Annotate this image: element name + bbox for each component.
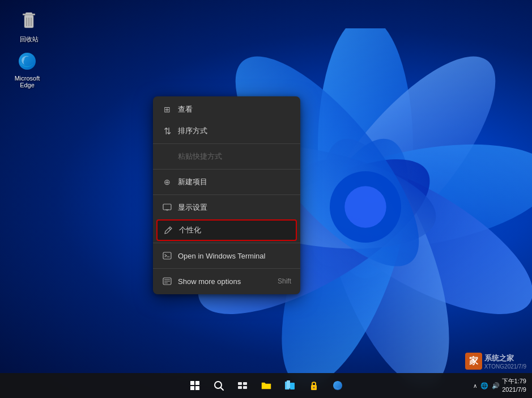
folder-button[interactable] (280, 375, 300, 396)
menu-item-view[interactable]: ⊞ 查看 (153, 99, 300, 120)
taskbar-date: 2021/7/9 (502, 386, 526, 394)
watermark: 家 系统之家 XTONG2021/7/9 (465, 353, 526, 370)
personalization-icon (163, 225, 173, 235)
terminal-icon (162, 251, 172, 261)
menu-item-terminal[interactable]: Open in Windows Terminal (153, 245, 300, 266)
microsoft-edge-icon[interactable]: Microsoft Edge (7, 50, 47, 88)
file-explorer-button[interactable] (256, 375, 276, 396)
separator-5 (153, 268, 300, 269)
more-options-icon (162, 276, 172, 286)
lock-button[interactable] (304, 375, 324, 396)
new-label: 新建项目 (178, 177, 291, 187)
svg-rect-29 (190, 386, 194, 390)
paste-label: 粘贴快捷方式 (178, 151, 291, 162)
svg-point-41 (313, 387, 314, 388)
tray-chevron[interactable]: ∧ (473, 383, 477, 389)
search-button[interactable] (208, 375, 229, 396)
separator-1 (153, 143, 300, 144)
svg-line-32 (220, 388, 223, 391)
recycle-bin-icon[interactable]: 回收站 (9, 10, 49, 44)
personalization-label: 个性化 (179, 225, 290, 235)
separator-2 (153, 169, 300, 170)
watermark-logo: 家 (465, 353, 482, 370)
recycle-bin-label: 回收站 (20, 35, 39, 44)
svg-rect-27 (190, 381, 194, 385)
watermark-text: 系统之家 (484, 353, 526, 363)
taskbar-time: 下午1:79 (502, 377, 526, 386)
taskbar-datetime[interactable]: 下午1:79 2021/7/9 (502, 377, 526, 395)
network-icon: 🌐 (480, 382, 488, 389)
svg-rect-39 (287, 380, 290, 388)
edge-img (16, 50, 39, 73)
taskbar-right: ∧ 🌐 🔊 下午1:79 2021/7/9 (473, 377, 526, 395)
svg-rect-17 (163, 204, 171, 210)
svg-rect-36 (243, 386, 247, 389)
svg-rect-30 (195, 386, 199, 390)
start-button[interactable] (185, 375, 205, 396)
svg-point-10 (344, 186, 386, 228)
svg-line-20 (169, 228, 171, 230)
view-icon: ⊞ (162, 104, 172, 115)
sort-label: 排序方式 (178, 126, 291, 136)
menu-item-paste-shortcut[interactable]: 粘贴快捷方式 (153, 146, 300, 167)
recycle-bin-img (18, 10, 40, 33)
desktop: 回收站 Microsoft Edge (0, 0, 532, 398)
edge-label: Microsoft Edge (7, 75, 47, 88)
volume-icon: 🔊 (492, 382, 500, 389)
view-label: 查看 (178, 104, 291, 115)
svg-rect-35 (238, 386, 242, 389)
taskbar-center (185, 375, 348, 396)
terminal-label: Open in Windows Terminal (178, 252, 291, 260)
new-icon: ⊕ (162, 177, 172, 187)
watermark-subtext: XTONG2021/7/9 (484, 363, 526, 370)
more-options-shortcut: Shift (278, 277, 291, 285)
svg-rect-34 (243, 382, 247, 385)
svg-rect-28 (195, 381, 199, 385)
svg-rect-16 (25, 12, 32, 14)
separator-4 (153, 243, 300, 243)
menu-item-new[interactable]: ⊕ 新建项目 (153, 171, 300, 193)
system-tray: ∧ 🌐 🔊 (473, 382, 500, 389)
menu-item-personalization[interactable]: 个性化 (156, 219, 297, 241)
svg-rect-33 (238, 382, 242, 385)
taskbar: ∧ 🌐 🔊 下午1:79 2021/7/9 (0, 373, 532, 398)
edge-taskbar-button[interactable] (327, 375, 348, 396)
task-view-button[interactable] (232, 375, 253, 396)
more-options-label: Show more options (178, 277, 272, 286)
menu-item-sort[interactable]: ⇅ 排序方式 (153, 120, 300, 142)
context-menu: ⊞ 查看 ⇅ 排序方式 粘贴快捷方式 ⊕ 新建项目 (153, 96, 300, 294)
display-icon (162, 202, 172, 213)
menu-item-display[interactable]: 显示设置 (153, 197, 300, 218)
display-label: 显示设置 (178, 202, 291, 213)
svg-rect-38 (290, 383, 295, 389)
separator-3 (153, 194, 300, 195)
paste-icon (162, 151, 172, 162)
menu-item-more-options[interactable]: Show more options Shift (153, 270, 300, 292)
sort-icon: ⇅ (162, 126, 172, 136)
